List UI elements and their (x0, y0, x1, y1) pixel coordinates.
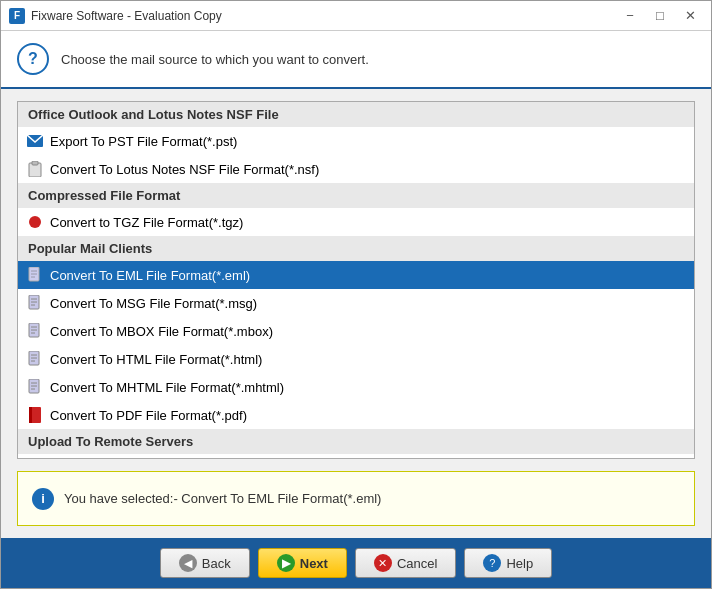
svg-rect-2 (32, 161, 38, 165)
cancel-button[interactable]: ✕ Cancel (355, 548, 456, 578)
item-icon (26, 322, 44, 340)
list-item-label: Convert To MSG File Format(*.msg) (50, 296, 257, 311)
item-icon (26, 378, 44, 396)
list-item: Office Outlook and Lotus Notes NSF File (18, 102, 694, 127)
close-button[interactable]: ✕ (677, 5, 703, 27)
minimize-button[interactable]: − (617, 5, 643, 27)
cancel-icon: ✕ (374, 554, 392, 572)
info-box: i You have selected:- Convert To EML Fil… (17, 471, 695, 526)
list-item[interactable]: Convert To MSG File Format(*.msg) (18, 289, 694, 317)
info-text: You have selected:- Convert To EML File … (64, 491, 381, 506)
list-item[interactable]: Convert To MHTML File Format(*.mhtml) (18, 373, 694, 401)
list-item: Popular Mail Clients (18, 236, 694, 261)
window-controls: − □ ✕ (617, 5, 703, 27)
list-item: Compressed File Format (18, 183, 694, 208)
list-item[interactable]: Convert to TGZ File Format(*.tgz) (18, 208, 694, 236)
list-item[interactable]: Convert To PDF File Format(*.pdf) (18, 401, 694, 429)
list-item-label: Convert To Lotus Notes NSF File Format(*… (50, 162, 319, 177)
list-item[interactable]: Convert To HTML File Format(*.html) (18, 345, 694, 373)
help-icon: ? (17, 43, 49, 75)
main-window: F Fixware Software - Evaluation Copy − □… (0, 0, 712, 589)
list-item: Upload To Remote Servers (18, 429, 694, 454)
next-button[interactable]: ▶ Next (258, 548, 347, 578)
item-icon (26, 160, 44, 178)
titlebar: F Fixware Software - Evaluation Copy − □… (1, 1, 711, 31)
next-label: Next (300, 556, 328, 571)
list-item-label: Export To PST File Format(*.pst) (50, 134, 237, 149)
maximize-button[interactable]: □ (647, 5, 673, 27)
footer: ◀ Back ▶ Next ✕ Cancel ? Help (1, 538, 711, 588)
back-label: Back (202, 556, 231, 571)
back-button[interactable]: ◀ Back (160, 548, 250, 578)
info-circle-icon: i (32, 488, 54, 510)
list-item-label: Convert To PDF File Format(*.pdf) (50, 408, 247, 423)
list-item-label: Convert To MBOX File Format(*.mbox) (50, 324, 273, 339)
list-item-label: Convert To EML File Format(*.eml) (50, 268, 250, 283)
format-list[interactable]: Office Outlook and Lotus Notes NSF FileE… (17, 101, 695, 459)
help-button[interactable]: ? Help (464, 548, 552, 578)
list-item[interactable]: Convert To EML File Format(*.eml) (18, 261, 694, 289)
help-icon-btn: ? (483, 554, 501, 572)
item-icon (26, 132, 44, 150)
help-label: Help (506, 556, 533, 571)
list-item-label: Convert To HTML File Format(*.html) (50, 352, 262, 367)
window-title: Fixware Software - Evaluation Copy (31, 9, 617, 23)
item-icon (26, 266, 44, 284)
item-icon (26, 350, 44, 368)
item-icon (26, 294, 44, 312)
header-text: Choose the mail source to which you want… (61, 52, 369, 67)
list-item-label: Convert to TGZ File Format(*.tgz) (50, 215, 243, 230)
item-icon (26, 213, 44, 231)
list-item[interactable]: Convert To Lotus Notes NSF File Format(*… (18, 155, 694, 183)
back-icon: ◀ (179, 554, 197, 572)
next-icon: ▶ (277, 554, 295, 572)
item-icon (26, 406, 44, 424)
svg-point-3 (29, 216, 41, 228)
list-item[interactable]: Export To PST File Format(*.pst) (18, 127, 694, 155)
cancel-label: Cancel (397, 556, 437, 571)
svg-rect-25 (29, 407, 32, 423)
header-area: ? Choose the mail source to which you wa… (1, 31, 711, 89)
list-item[interactable]: Export To Gmail Account (18, 454, 694, 459)
list-item-label: Convert To MHTML File Format(*.mhtml) (50, 380, 284, 395)
app-icon: F (9, 8, 25, 24)
content-area: Office Outlook and Lotus Notes NSF FileE… (1, 89, 711, 538)
list-item[interactable]: Convert To MBOX File Format(*.mbox) (18, 317, 694, 345)
